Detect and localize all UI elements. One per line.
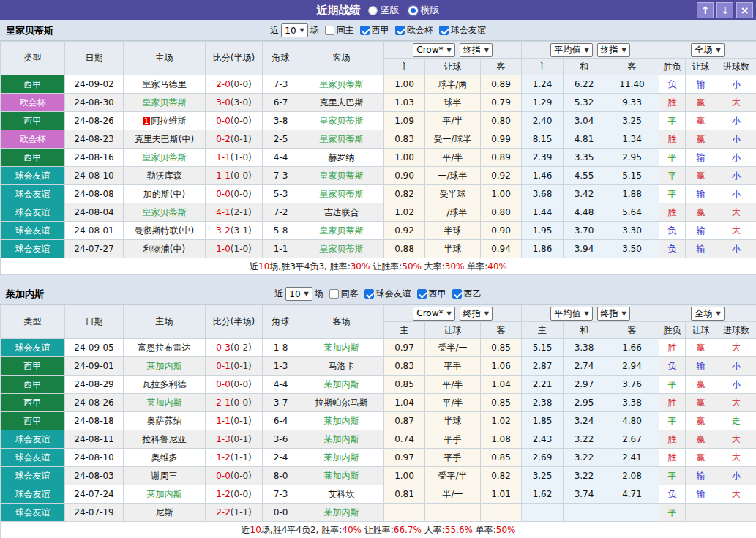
summary-text: 近10场,胜3平4负3, 胜率:30% 让胜率:50% 大率:30% 单率:40…	[1, 258, 756, 275]
avg-draw-cell: 4.55	[564, 167, 605, 185]
goals-result-cell: 小	[716, 167, 756, 185]
fullmatch-select[interactable]: 全场▼	[691, 307, 724, 321]
match-row: 球会友谊24-08-08加的斯(中)0-0(0-0)5-3皇家贝蒂斯0.82受半…	[1, 185, 756, 203]
league-checkbox-laliga2[interactable]	[452, 289, 462, 299]
halftime-score: (0-2)	[231, 343, 252, 353]
league-checkbox-laliga[interactable]	[360, 26, 370, 35]
fullmatch-select[interactable]: 全场▼	[691, 43, 724, 57]
bookmaker-select[interactable]: Crow*▼	[413, 43, 454, 57]
home-team-name: 拉科鲁尼亚	[143, 434, 187, 444]
league-type-cell: 球会友谊	[1, 504, 65, 522]
winloss-result-cell: 负	[659, 485, 686, 504]
home-team-name: 尼斯	[156, 507, 173, 518]
odds-group-header: Crow*▼ 终指▼	[384, 42, 522, 59]
summary-row: 近10场,胜3平4负3, 胜率:30% 让胜率:50% 大率:30% 单率:40…	[1, 258, 756, 275]
corner-cell: 1-8	[263, 339, 299, 357]
sub-header-avg-home: 主	[522, 322, 564, 339]
average-select[interactable]: 平均值▼	[550, 307, 592, 321]
home-team-cell: 皇家贝蒂斯	[124, 149, 206, 167]
fulltime-score: 1-2	[216, 489, 231, 499]
avg-home-cell: 1.44	[522, 203, 564, 222]
scroll-down-button[interactable]: ↓	[716, 2, 733, 18]
col-header-date: 日期	[65, 42, 124, 75]
fulltime-score: 2-2	[216, 507, 231, 518]
section-divider	[0, 275, 756, 284]
bookmaker-select[interactable]: Crow*▼	[413, 307, 454, 321]
home-team-name: 利物浦(中)	[143, 244, 185, 254]
home-team-cell: 皇家马德里	[124, 75, 206, 94]
odds-handicap-cell: 平/半	[425, 376, 481, 394]
odds-handicap-cell: 半球	[425, 240, 481, 258]
match-row: 西甲24-08-29瓦拉多利德0-0(0-0)4-4莱加内斯0.85平/半1.0…	[1, 376, 756, 394]
col-header-type: 类型	[1, 42, 65, 75]
odds-home-cell: 0.88	[384, 240, 425, 258]
goals-result-cell: 大	[716, 94, 756, 112]
match-date-cell: 24-08-04	[65, 203, 124, 222]
odds-time-select[interactable]: 终指▼	[460, 307, 493, 321]
handicap-result-cell: 输	[686, 149, 716, 167]
odds-time-select[interactable]: 终指▼	[460, 43, 493, 57]
handicap-result-cell: 输	[686, 485, 716, 504]
odds-home-cell: 0.83	[384, 130, 425, 149]
odds-group-header: Crow*▼ 终指▼	[384, 305, 522, 322]
odds-away-cell: 1.04	[481, 376, 522, 394]
away-team-name: 拉斯帕尔马斯	[315, 397, 368, 408]
radio-horizontal-layout[interactable]: 横版	[408, 4, 440, 17]
sub-header-avg-home: 主	[522, 59, 564, 75]
corner-cell: 2-4	[263, 449, 299, 467]
radio-icon[interactable]	[368, 6, 378, 15]
avg-home-cell: 2.69	[522, 449, 564, 467]
chevron-down-icon: ▼	[622, 310, 626, 317]
score-cell: 3-2(3-1)	[206, 222, 263, 240]
away-team-name: 莱加内斯	[324, 452, 359, 463]
away-team-cell: 拉斯帕尔马斯	[299, 394, 384, 412]
same-away-checkbox[interactable]	[329, 289, 339, 299]
home-team-cell: 皇家贝蒂斯	[124, 203, 206, 222]
corner-cell: 7-3	[263, 167, 299, 185]
scroll-up-button[interactable]: ↑	[697, 2, 714, 18]
col-header-away: 客场	[299, 42, 384, 75]
league-label-laliga: 西甲	[429, 288, 446, 300]
fulltime-score: 0-0	[216, 471, 231, 481]
league-checkbox-friendly[interactable]	[439, 26, 449, 35]
match-count-select[interactable]: 10 ▼	[285, 287, 312, 301]
away-team-cell: 莱加内斯	[299, 467, 384, 485]
league-checkbox-friendly[interactable]	[364, 289, 374, 299]
avg-draw-cell: 6.22	[564, 75, 605, 94]
match-count-select[interactable]: 10 ▼	[281, 23, 307, 37]
halftime-score: (0-0)	[231, 489, 252, 499]
league-label-friendly: 球会友谊	[376, 288, 411, 300]
league-checkbox-conference[interactable]	[395, 26, 405, 35]
league-checkbox-laliga[interactable]	[417, 289, 427, 299]
home-team-name: 莱加内斯	[147, 361, 182, 371]
fullmatch-select-value: 全场	[695, 307, 712, 320]
corner-cell: 0-0	[263, 504, 299, 522]
col-header-date: 日期	[65, 305, 124, 339]
same-home-checkbox[interactable]	[325, 26, 334, 35]
halftime-score: (1-0)	[231, 244, 252, 254]
odds-handicap-cell	[425, 504, 481, 522]
winloss-result-cell: 负	[659, 75, 686, 94]
average-select[interactable]: 平均值▼	[550, 43, 592, 57]
odds-home-cell: 0.74	[384, 430, 425, 449]
avg-home-cell: 1.29	[522, 94, 564, 112]
halftime-score: (1-1)	[231, 507, 252, 518]
avg-draw-cell: 3.38	[564, 339, 605, 357]
score-cell: 0-2(0-1)	[206, 130, 263, 149]
odds-away-cell: 1.00	[481, 185, 522, 203]
average-time-select[interactable]: 终指▼	[597, 307, 630, 321]
away-team-cell: 莱加内斯	[299, 430, 384, 449]
radio-icon[interactable]	[408, 6, 418, 15]
avg-home-cell: 1.62	[522, 485, 564, 504]
sub-header-goals: 进球数	[716, 322, 756, 339]
average-time-select[interactable]: 终指▼	[597, 43, 630, 57]
close-button[interactable]: ×	[736, 2, 753, 18]
average-time-select-value: 终指	[601, 307, 618, 320]
league-type-cell: 欧会杯	[1, 130, 65, 149]
radio-vertical-layout[interactable]: 竖版	[368, 4, 400, 17]
odds-handicap-cell: 平/半	[425, 394, 481, 412]
score-cell: 2-0(0-0)	[206, 75, 263, 94]
score-cell: 1-3(0-1)	[206, 430, 263, 449]
handicap-result-cell: 赢	[686, 167, 716, 185]
home-team-name: 皇家马德里	[143, 79, 187, 89]
